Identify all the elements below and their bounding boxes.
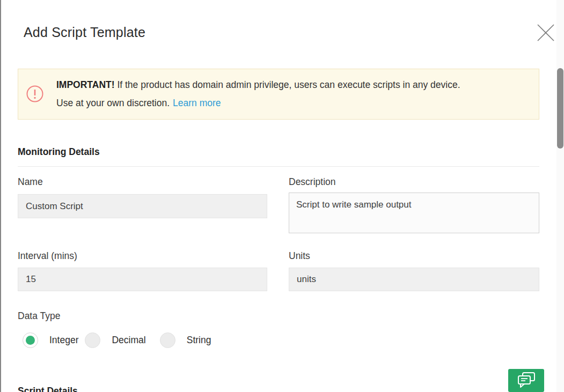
radio-option-integer[interactable]: Integer [23, 332, 78, 348]
description-label: Description [289, 176, 336, 188]
units-label: Units [289, 250, 310, 262]
close-icon [536, 36, 556, 45]
radio-unselected-icon [160, 332, 175, 348]
section-title-script-details: Script Details [18, 386, 78, 392]
panel-left-border [0, 0, 1, 392]
name-input[interactable] [18, 194, 267, 218]
warning-message-line1: If the product has domain admin privileg… [117, 79, 460, 90]
interval-label: Interval (mins) [18, 250, 77, 262]
learn-more-link[interactable]: Learn more [173, 98, 221, 108]
warning-message: IMPORTANT! If the product has domain adm… [56, 76, 542, 112]
modal-title: Add Script Template [24, 25, 145, 40]
radio-option-string[interactable]: String [160, 332, 211, 348]
radio-label-integer: Integer [49, 335, 78, 346]
data-type-radio-group: Integer Decimal String [23, 332, 211, 348]
section-divider [18, 166, 539, 167]
alert-circle-icon [26, 85, 43, 102]
section-title-monitoring-details: Monitoring Details [18, 146, 100, 158]
radio-unselected-icon [85, 332, 100, 348]
warning-banner: IMPORTANT! If the product has domain adm… [18, 69, 539, 120]
description-input[interactable]: Script to write sample output [289, 193, 539, 233]
interval-input[interactable] [18, 268, 267, 291]
data-type-label: Data Type [18, 310, 60, 322]
radio-label-decimal: Decimal [112, 335, 145, 346]
chat-bubbles-icon [516, 371, 537, 391]
warning-message-line2: Use at your own discretion. [56, 98, 170, 108]
warning-important-label: IMPORTANT! [56, 79, 115, 90]
radio-label-string: String [187, 335, 211, 346]
radio-option-decimal[interactable]: Decimal [85, 332, 145, 348]
chat-support-button[interactable] [508, 369, 544, 392]
scrollbar-track[interactable] [556, 0, 564, 392]
name-label: Name [18, 176, 43, 188]
scrollbar-thumb[interactable] [557, 68, 563, 149]
units-input[interactable] [289, 268, 539, 291]
close-button[interactable] [536, 23, 556, 43]
radio-selected-icon [23, 332, 38, 348]
